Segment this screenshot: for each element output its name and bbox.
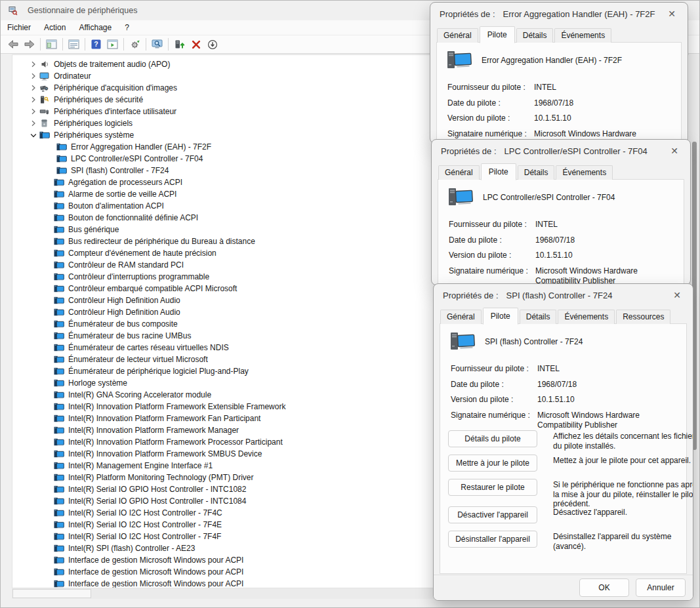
chevron-right-icon[interactable] bbox=[28, 83, 39, 92]
tab-general[interactable]: Général bbox=[438, 165, 480, 180]
driver-action-row: Détails du piloteAffichez les détails co… bbox=[448, 430, 693, 451]
tree-item-label: Interface de gestion Microsoft Windows p… bbox=[68, 579, 243, 588]
system-device-icon bbox=[53, 449, 64, 458]
toolbar-separator bbox=[168, 38, 169, 51]
chevron-right-icon[interactable] bbox=[28, 71, 39, 81]
close-button[interactable]: ✕ bbox=[665, 9, 678, 19]
chevron-down-icon[interactable] bbox=[28, 131, 39, 140]
tree-item-label: Intel(R) Serial IO I2C Host Controller -… bbox=[68, 520, 222, 529]
tree-item-label: Énumérateur de périphérique logiciel Plu… bbox=[68, 367, 249, 376]
system-device-icon bbox=[53, 355, 64, 364]
system-device-icon bbox=[53, 485, 64, 494]
tab-details[interactable]: Détails bbox=[520, 310, 557, 324]
toolbar-forward-button[interactable] bbox=[21, 37, 37, 52]
desactiver-l-appareil-button[interactable]: Désactiver l'appareil bbox=[448, 506, 537, 523]
horizontal-scrollbar-thumb[interactable] bbox=[12, 589, 91, 598]
properties-dialog-spi: Propriétés de : SPI (flash) Controller -… bbox=[433, 283, 693, 601]
tree-item-label: Agrégation de processeurs ACPI bbox=[68, 178, 182, 187]
mettre-a-jour-le-pilote-button[interactable]: Mettre à jour le pilote bbox=[448, 455, 537, 472]
tree-item-label: Bouton d'alimentation ACPI bbox=[68, 201, 164, 211]
field-value: Microsoft Windows Hardware Compatibility… bbox=[537, 411, 686, 430]
tab-details[interactable]: Détails bbox=[516, 28, 554, 43]
tab-details[interactable]: Détails bbox=[518, 165, 555, 180]
device-name: Error Aggregation Handler (EAH) - 7F2F bbox=[482, 56, 622, 65]
dialog-title-device: SPI (flash) Controller - 7F24 bbox=[506, 291, 613, 300]
computer-device-icon bbox=[447, 187, 474, 208]
menu-affichage[interactable]: Affichage bbox=[72, 23, 118, 32]
tree-item-label: Intel(R) Innovation Platform Framework P… bbox=[68, 437, 283, 447]
tree-item-label: Horloge système bbox=[68, 378, 127, 388]
device-name: SPI (flash) Controller - 7F24 bbox=[485, 337, 583, 346]
menu-action[interactable]: Action bbox=[37, 23, 72, 32]
uninstall-device-icon bbox=[192, 40, 201, 49]
driver-field-row: Fournisseur du pilote :INTEL bbox=[449, 220, 684, 230]
tree-item-label: Périphérique d'acquisition d'images bbox=[54, 83, 177, 92]
field-value: INTEL bbox=[537, 364, 686, 374]
tab-evenements[interactable]: Événements bbox=[554, 28, 611, 43]
menu-fichier[interactable]: Fichier bbox=[1, 23, 37, 32]
system-device-icon bbox=[53, 225, 64, 234]
close-button[interactable]: ✕ bbox=[670, 290, 684, 300]
toolbar-separator bbox=[62, 38, 63, 51]
chevron-right-icon[interactable] bbox=[28, 107, 39, 116]
tree-item-label: Périphériques de sécurité bbox=[54, 95, 143, 104]
tree-item-label: Error Aggregation Handler (EAH) - 7F2F bbox=[71, 142, 211, 152]
system-device-icon bbox=[53, 331, 64, 340]
action-description: Mettez à jour le pilote pour cet apparei… bbox=[553, 455, 693, 472]
system-device-icon bbox=[53, 284, 64, 293]
tree-item-label: Contrôleur embarqué compatible ACPI Micr… bbox=[68, 284, 237, 293]
tree-item-label: Périphériques logiciels bbox=[54, 119, 133, 128]
close-button[interactable]: ✕ bbox=[668, 146, 681, 156]
field-label: Date du pilote : bbox=[451, 380, 537, 390]
chevron-right-icon[interactable] bbox=[28, 60, 39, 69]
driver-field-row: Date du pilote :1968/07/18 bbox=[451, 380, 686, 390]
toolbar-help-button[interactable]: ? bbox=[88, 37, 104, 52]
tree-item-label: Contrôleur de RAM standard PCI bbox=[68, 260, 184, 270]
dialog-tabs: GénéralPiloteDétailsÉvénementsRessources bbox=[440, 306, 686, 324]
system-device-icon bbox=[53, 567, 64, 577]
restaurer-le-pilote-button[interactable]: Restaurer le pilote bbox=[448, 479, 537, 496]
action-description: Affichez les détails concernant les fich… bbox=[553, 430, 693, 451]
menu-help[interactable]: ? bbox=[118, 23, 136, 32]
ok-button[interactable]: OK bbox=[579, 578, 629, 597]
tab-ressources[interactable]: Ressources bbox=[616, 310, 670, 324]
system-device-icon bbox=[53, 308, 64, 317]
toolbar-show-console-tree-button[interactable] bbox=[43, 37, 60, 52]
system-device-icon bbox=[53, 213, 64, 222]
toolbar-update-driver-button[interactable] bbox=[171, 37, 188, 52]
tab-evenements[interactable]: Événements bbox=[558, 310, 615, 324]
tab-pilote[interactable]: Pilote bbox=[483, 308, 518, 325]
toolbar-properties-button[interactable] bbox=[66, 37, 82, 52]
chevron-right-icon[interactable] bbox=[28, 119, 39, 128]
forward-icon bbox=[24, 39, 35, 49]
dialog-titlebar: Propriétés de : LPC Controller/eSPI Cont… bbox=[432, 140, 690, 162]
help-icon: ? bbox=[91, 39, 101, 49]
tree-item-label: LPC Controller/eSPI Controller - 7F04 bbox=[71, 154, 203, 163]
tab-general[interactable]: Général bbox=[440, 310, 482, 324]
toolbar-separator bbox=[85, 38, 85, 51]
system-device-icon bbox=[53, 390, 64, 399]
system-device-icon bbox=[53, 497, 64, 506]
toolbar-disable-device-button[interactable] bbox=[204, 37, 220, 52]
search-computer-icon bbox=[152, 39, 163, 49]
cancel-button[interactable]: Annuler bbox=[636, 578, 686, 597]
pilote-tab-page: SPI (flash) Controller - 7F24 Fournisseu… bbox=[440, 323, 687, 574]
desinstaller-l-appareil-button[interactable]: Désinstaller l'appareil bbox=[448, 531, 537, 548]
pilote-tab-page: LPC Controller/eSPI Controller - 7F04 Fo… bbox=[438, 179, 684, 285]
tab-general[interactable]: Général bbox=[437, 28, 478, 43]
tree-item-label: Intel(R) Serial IO GPIO Host Controller … bbox=[68, 497, 246, 506]
tab-evenements[interactable]: Événements bbox=[556, 165, 613, 180]
field-label: Fournisseur du pilote : bbox=[447, 83, 534, 92]
toolbar-back-button[interactable] bbox=[5, 37, 21, 52]
tab-pilote[interactable]: Pilote bbox=[481, 163, 516, 180]
field-value: 10.1.51.10 bbox=[537, 395, 686, 405]
toolbar-show-action-pane-button[interactable] bbox=[104, 37, 121, 52]
toolbar-scan-hardware-changes-button[interactable] bbox=[127, 37, 143, 52]
driver-field-row: Version du pilote :10.1.51.10 bbox=[451, 395, 686, 405]
update-driver-icon bbox=[175, 39, 185, 49]
toolbar-uninstall-device-button[interactable] bbox=[188, 37, 204, 52]
tab-pilote[interactable]: Pilote bbox=[480, 26, 515, 43]
chevron-right-icon[interactable] bbox=[28, 95, 39, 104]
details-du-pilote-button[interactable]: Détails du pilote bbox=[448, 430, 537, 447]
toolbar-search-computer-button[interactable] bbox=[149, 37, 165, 52]
